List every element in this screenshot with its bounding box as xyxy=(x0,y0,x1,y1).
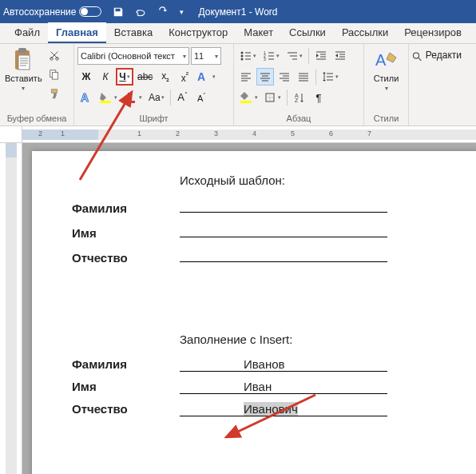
group-editing: Редакти xyxy=(409,44,465,125)
tab-file[interactable]: Файл xyxy=(6,22,48,43)
tab-home[interactable]: Главная xyxy=(48,22,106,43)
quick-access-toolbar: ▾ xyxy=(113,6,184,18)
autosave-label: Автосохранение xyxy=(3,6,76,18)
italic-button[interactable]: К xyxy=(97,68,114,86)
qat-dropdown-icon[interactable]: ▾ xyxy=(180,8,184,16)
justify-button[interactable] xyxy=(295,68,312,86)
tab-references[interactable]: Ссылки xyxy=(281,22,334,43)
bold-button[interactable]: Ж xyxy=(77,68,95,86)
ruler-corner xyxy=(0,126,22,142)
svg-rect-7 xyxy=(51,90,57,93)
svg-rect-6 xyxy=(52,72,58,79)
tab-review[interactable]: Рецензиров xyxy=(396,22,470,43)
styles-label: Стили xyxy=(374,74,399,83)
paste-label: Вставить xyxy=(5,74,42,83)
subscript-button[interactable]: x₂ xyxy=(157,68,174,86)
tab-mailings[interactable]: Рассылки xyxy=(334,22,396,43)
numbering-button[interactable]: 123▾ xyxy=(260,47,282,65)
format-painter-button[interactable] xyxy=(46,85,63,102)
section-title-2: Заполнение с Insert: xyxy=(180,333,455,346)
vertical-ruler[interactable] xyxy=(0,143,22,474)
shrink-font-button[interactable]: A˅ xyxy=(193,89,211,106)
section-title-1: Исходный шаблон: xyxy=(180,173,455,187)
paste-button[interactable]: Вставить ▾ xyxy=(3,46,44,110)
underline-button[interactable]: Ч▾ xyxy=(116,68,133,86)
align-left-button[interactable] xyxy=(237,68,255,86)
text-outline-button[interactable]: A xyxy=(77,89,95,106)
field-row: ОтчествоИванович xyxy=(72,402,455,416)
decrease-indent-button[interactable] xyxy=(312,47,330,65)
svg-rect-10 xyxy=(100,101,111,103)
document-area: Исходный шаблон: Фамилия Имя Отчество За… xyxy=(0,143,476,474)
svg-rect-12 xyxy=(125,101,135,103)
ribbon-tabs: Файл Главная Вставка Конструктор Макет С… xyxy=(0,23,476,44)
svg-text:A: A xyxy=(197,70,205,83)
grow-font-button[interactable]: A˄ xyxy=(174,89,192,106)
align-right-button[interactable] xyxy=(276,68,293,86)
bullets-button[interactable]: ▾ xyxy=(237,47,259,65)
find-icon xyxy=(412,50,422,64)
svg-point-24 xyxy=(413,53,418,58)
svg-text:A: A xyxy=(375,51,387,69)
field-row: ФамилияИванов xyxy=(72,357,455,372)
strike-button[interactable]: abc xyxy=(135,68,155,86)
svg-point-13 xyxy=(241,52,244,54)
tab-design[interactable]: Конструктор xyxy=(161,22,236,43)
svg-point-14 xyxy=(241,55,244,58)
field-row: Отчество xyxy=(72,248,455,265)
ribbon: Вставить ▾ Буфер обмена Calibri (Основно… xyxy=(0,44,476,126)
multilevel-button[interactable]: ▾ xyxy=(284,47,305,65)
highlight-button[interactable]: ▾ xyxy=(97,89,120,106)
font-size-combo[interactable]: 11▾ xyxy=(191,47,221,65)
group-clipboard: Вставить ▾ Буфер обмена xyxy=(0,44,74,125)
svg-text:A: A xyxy=(125,91,133,102)
svg-text:A: A xyxy=(81,91,89,104)
group-styles: A Стили ▾ Стили xyxy=(364,44,409,125)
document-title: Документ1 - Word xyxy=(198,6,277,18)
sort-button[interactable]: AZ xyxy=(291,89,308,106)
show-marks-button[interactable]: ¶ xyxy=(310,89,327,106)
autosave-toggle[interactable]: Автосохранение xyxy=(3,6,101,18)
svg-text:Z: Z xyxy=(295,98,299,103)
save-icon[interactable] xyxy=(113,6,124,18)
group-font: Calibri (Основной текст▾ 11▾ Ж К Ч▾ abc … xyxy=(74,44,234,125)
group-label-styles: Стили xyxy=(367,114,405,125)
increase-indent-button[interactable] xyxy=(331,47,349,65)
font-name-combo[interactable]: Calibri (Основной текст▾ xyxy=(77,47,189,65)
field-row: ИмяИван xyxy=(72,380,455,394)
field-row: Имя xyxy=(72,223,455,240)
tab-insert[interactable]: Вставка xyxy=(106,22,161,43)
editing-label[interactable]: Редакти xyxy=(426,50,462,61)
svg-rect-19 xyxy=(240,101,252,103)
title-bar: Автосохранение ▾ Документ1 - Word xyxy=(0,0,476,23)
group-label-clipboard: Буфер обмена xyxy=(3,114,70,125)
svg-point-15 xyxy=(241,58,244,61)
cut-button[interactable] xyxy=(46,46,63,64)
superscript-button[interactable]: x² xyxy=(176,68,193,86)
line-spacing-button[interactable]: ▾ xyxy=(319,68,341,86)
shading-button[interactable]: ▾ xyxy=(237,89,260,106)
svg-rect-2 xyxy=(18,55,30,70)
svg-rect-1 xyxy=(18,48,26,53)
document-page[interactable]: Исходный шаблон: Фамилия Имя Отчество За… xyxy=(32,151,476,474)
annotation-arrow-2 xyxy=(220,391,323,447)
group-paragraph: ▾ 123▾ ▾ ▾ ▾ ▾ AZ ¶ xyxy=(234,44,364,125)
text-effects-button[interactable]: A▾ xyxy=(195,68,218,86)
toggle-icon xyxy=(79,6,101,17)
copy-button[interactable] xyxy=(46,66,63,83)
font-color-button[interactable]: A▾ xyxy=(121,89,145,106)
selected-text: Иванович xyxy=(244,402,298,416)
svg-text:3: 3 xyxy=(264,57,266,62)
group-label-paragraph: Абзац xyxy=(237,114,360,125)
redo-icon[interactable] xyxy=(157,6,170,18)
horizontal-ruler[interactable]: 1 2 1 2 3 4 5 6 7 xyxy=(0,126,476,143)
group-label-font: Шрифт xyxy=(77,114,230,125)
change-case-button[interactable]: Aa▾ xyxy=(146,89,167,106)
undo-icon[interactable] xyxy=(133,6,148,18)
styles-button[interactable]: A Стили ▾ xyxy=(367,46,405,110)
borders-button[interactable]: ▾ xyxy=(262,89,284,106)
tab-layout[interactable]: Макет xyxy=(236,22,281,43)
field-row: Фамилия xyxy=(72,198,455,215)
align-center-button[interactable] xyxy=(256,68,274,86)
